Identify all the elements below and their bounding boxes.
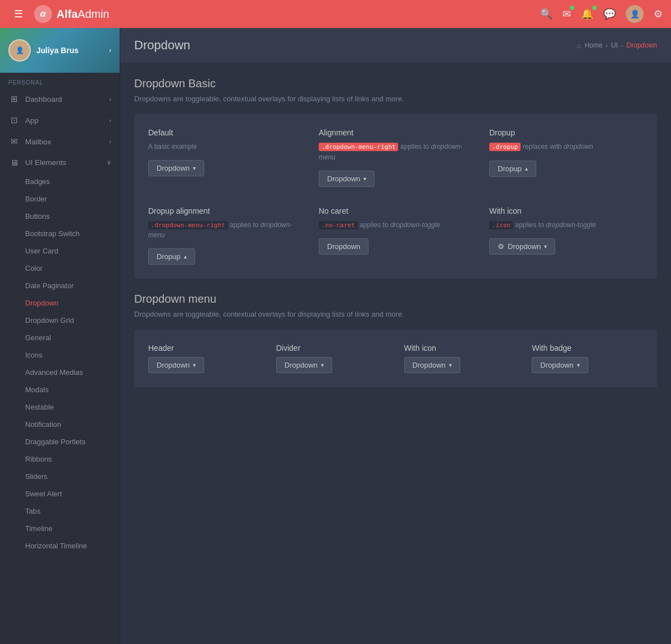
demo-item-title: Dropup alignment: [148, 206, 302, 215]
sidebar-item-nestable[interactable]: Nestable: [0, 398, 120, 416]
sidebar-item-badges[interactable]: Badges: [0, 173, 120, 190]
demo-item-title: Header: [148, 344, 259, 352]
sidebar-item-label: App: [25, 116, 109, 125]
user-info: Juliya Brus: [36, 46, 109, 55]
dropdown-button-menu-icon[interactable]: Dropdown ▾: [404, 357, 460, 373]
demo-item-title: With icon: [489, 206, 643, 215]
sidebar-item-ribbons[interactable]: Ribbons: [0, 450, 120, 468]
sidebar-item-label: Dashboard: [25, 95, 109, 104]
sidebar-item-user-card[interactable]: User Card: [0, 242, 120, 260]
breadcrumb-sep1: ›: [606, 43, 608, 49]
sidebar-item-ui-elements[interactable]: 🖥 UI Elements ∨: [0, 152, 120, 173]
code-tag: .dropdown-menu-right: [319, 143, 398, 151]
sidebar-item-horizontal-timeline[interactable]: Horizontal Timeline: [0, 537, 120, 554]
chevron-right-icon: ›: [109, 117, 111, 124]
demo-item-title: No caret: [319, 206, 472, 215]
sidebar-item-sliders[interactable]: Sliders: [0, 468, 120, 485]
dropdown-button-menu-header[interactable]: Dropdown ▾: [148, 357, 204, 373]
sidebar-item-general[interactable]: General: [0, 329, 120, 346]
sidebar-item-dropdown[interactable]: Dropdown: [0, 294, 120, 312]
settings-icon[interactable]: ⚙: [654, 8, 663, 20]
demo-item-dropup-alignment: Dropup alignment .dropdown-menu-right ap…: [148, 206, 302, 265]
caret-icon: ▾: [449, 362, 452, 368]
demo-item-title: Default: [148, 128, 302, 137]
demo-item-menu-with-icon: With icon Dropdown ▾: [404, 344, 516, 373]
sidebar-item-icons[interactable]: Icons: [0, 346, 120, 364]
sidebar-sub-label: Notification: [25, 420, 61, 429]
demo-item-title: Divider: [276, 344, 388, 352]
bell-icon[interactable]: 🔔: [581, 8, 593, 20]
dropdown-button-label: Dropdown: [413, 361, 446, 369]
code-tag: .icon: [489, 221, 513, 229]
dropdown-button-alignment[interactable]: Dropdown ▾: [319, 171, 375, 187]
dropdown-button-with-icon[interactable]: ⚙ Dropdown ▾: [489, 238, 555, 255]
demo-item-title: With icon: [404, 344, 516, 352]
alpha-icon: α: [34, 5, 52, 23]
dropdown-button-label: Dropdown: [327, 175, 360, 183]
sidebar-sub-label: Dropdown: [25, 299, 58, 307]
sidebar-sub-label: Bootstrap Switch: [25, 229, 80, 238]
dropdown-button-dropup[interactable]: Dropup ▴: [489, 161, 536, 177]
demo-item-no-caret: No caret .no-caret applies to dropdown-t…: [319, 206, 472, 265]
sidebar-item-notification[interactable]: Notification: [0, 416, 120, 433]
sidebar-item-mailbox[interactable]: ✉ Mailbox ›: [0, 131, 120, 152]
sidebar-item-draggable-portlets[interactable]: Draggable Portlets: [0, 433, 120, 450]
sidebar-sub-label: User Card: [25, 247, 58, 255]
demo-item-title: Dropup: [489, 128, 643, 137]
dropdown-basic-title: Dropdown Basic: [134, 77, 657, 90]
sidebar-item-timeline[interactable]: Timeline: [0, 520, 120, 537]
demo-item-desc: .icon applies to dropdown-toggle: [489, 220, 643, 231]
sidebar-item-app[interactable]: ⊡ App ›: [0, 110, 120, 131]
sidebar-item-date-paginator[interactable]: Date Paginator: [0, 277, 120, 294]
sidebar-item-dashboard[interactable]: ⊞ Dashboard ›: [0, 88, 120, 110]
sidebar-item-buttons[interactable]: Buttons: [0, 208, 120, 225]
user-chevron-icon: ›: [109, 46, 111, 54]
sidebar-sub-label: Icons: [25, 351, 42, 359]
demo-item-default: Default A basic example Dropdown ▾: [148, 128, 302, 187]
mail-icon[interactable]: ✉: [563, 8, 571, 20]
sidebar-sub-label: General: [25, 333, 51, 342]
brand-rest: Admin: [78, 8, 110, 20]
gear-icon: ⚙: [498, 242, 504, 251]
sidebar-item-label: UI Elements: [25, 158, 107, 167]
dropdown-button-dropup-alignment[interactable]: Dropup ▴: [148, 248, 195, 265]
sidebar-item-advanced-medias[interactable]: Advanced Medias: [0, 364, 120, 381]
sidebar-item-modals[interactable]: Modals: [0, 381, 120, 398]
dropdown-button-no-caret[interactable]: Dropdown: [319, 238, 368, 255]
sidebar-item-border[interactable]: Border: [0, 190, 120, 208]
sidebar-item-bootstrap-switch[interactable]: Bootstrap Switch: [0, 225, 120, 242]
dropdown-button-label: Dropup: [498, 164, 522, 173]
hamburger-button[interactable]: ☰: [8, 8, 29, 20]
code-italic: dropdown-toggle: [390, 221, 440, 229]
dropdown-button-default[interactable]: Dropdown ▾: [148, 160, 204, 176]
sidebar-item-tabs[interactable]: Tabs: [0, 502, 120, 520]
brand-logo[interactable]: α AlfaAdmin: [34, 5, 110, 23]
dropdown-button-label: Dropup: [157, 252, 181, 261]
search-icon[interactable]: 🔍: [540, 8, 552, 20]
caret-icon: ▴: [184, 253, 187, 260]
sidebar-item-color[interactable]: Color: [0, 260, 120, 277]
dropdown-button-label: Dropdown: [157, 164, 190, 172]
dashboard-icon: ⊞: [8, 94, 20, 104]
dropdown-button-menu-divider[interactable]: Dropdown ▾: [276, 357, 332, 373]
demo-item-desc: .dropup replaces with dropdown: [489, 142, 643, 152]
sidebar-sub-label: Tabs: [25, 507, 40, 515]
demo-grid-1: Default A basic example Dropdown ▾ Align…: [148, 128, 643, 187]
sidebar-sub-label: Horizontal Timeline: [25, 542, 87, 550]
code-tag: .no-caret: [319, 221, 358, 229]
sidebar-item-sweet-alert[interactable]: Sweet Alert: [0, 485, 120, 502]
avatar[interactable]: 👤: [626, 5, 644, 23]
main-content: Dropdown ⌂ Home › UI › Dropdown Dropdown…: [120, 28, 671, 644]
breadcrumb-home[interactable]: Home: [585, 41, 603, 49]
breadcrumb-section[interactable]: UI: [611, 41, 618, 49]
sidebar-sub-label: Draggable Portlets: [25, 438, 86, 446]
sidebar-item-dropdown-grid[interactable]: Dropdown Grid: [0, 312, 120, 329]
dropdown-button-menu-badge[interactable]: Dropdown ▾: [532, 357, 588, 373]
sidebar-sub-label: Border: [25, 195, 47, 203]
chat-icon[interactable]: 💬: [603, 8, 616, 20]
layout: 👤 Juliya Brus › PERSONAL ⊞ Dashboard › ⊡…: [0, 28, 671, 644]
user-profile[interactable]: 👤 Juliya Brus ›: [0, 28, 120, 73]
dropdown-button-label: Dropdown: [508, 242, 541, 251]
dropdown-menu-title: Dropdown menu: [134, 293, 657, 305]
app-icon: ⊡: [8, 115, 20, 125]
